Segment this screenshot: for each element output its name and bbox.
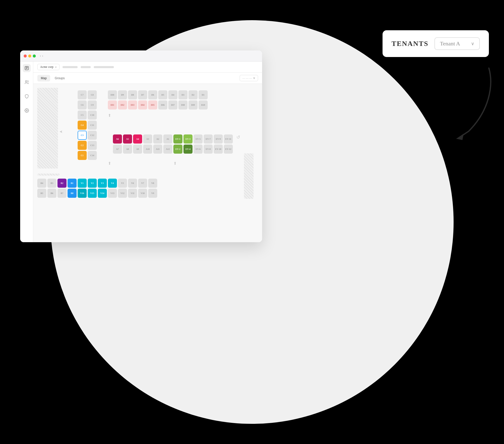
spot-V11[interactable]: V11: [128, 189, 137, 198]
spot-A5[interactable]: A5: [123, 134, 132, 144]
spot-EV1[interactable]: EV-1: [173, 134, 182, 144]
close-button[interactable]: [24, 54, 27, 58]
spot-A1[interactable]: A1: [163, 134, 172, 144]
forward-arrow[interactable]: ›: [42, 54, 43, 58]
spot-V9[interactable]: V9: [148, 189, 157, 198]
spot-A12[interactable]: A12: [163, 145, 172, 154]
spot-DI3[interactable]: DI3: [128, 100, 137, 109]
spot-V14[interactable]: V14: [98, 189, 107, 198]
spot-A11[interactable]: A11: [153, 145, 162, 154]
company-selector[interactable]: Acme corp ∨: [37, 64, 59, 70]
spot-V2[interactable]: V2: [88, 179, 97, 188]
spot-C12[interactable]: C12: [88, 131, 97, 140]
minimize-button[interactable]: [28, 54, 31, 58]
spot-C14[interactable]: C14: [88, 151, 97, 160]
spot-B4[interactable]: B4: [37, 179, 46, 188]
map-area[interactable]: DI0 D9 D8 D7 D6 D5 D4 D3 D2 D1 DI1 DI2 D…: [33, 84, 262, 242]
spot-D2[interactable]: D2: [188, 90, 198, 99]
sidebar-item-parking[interactable]: [23, 64, 31, 72]
spot-C11[interactable]: C11: [88, 121, 97, 130]
spot-B1[interactable]: B1: [68, 179, 77, 188]
spot-EV2[interactable]: EV-2: [173, 145, 182, 154]
spot-EV6[interactable]: EV-6: [194, 145, 203, 154]
spot-C3[interactable]: C3: [78, 131, 87, 140]
spot-D6[interactable]: D6: [148, 90, 157, 99]
spot-B2[interactable]: B2: [57, 179, 67, 188]
sidebar-item-shield[interactable]: [23, 92, 31, 100]
spot-D1[interactable]: D1: [199, 90, 208, 99]
spot-EV7[interactable]: EV-7: [204, 134, 213, 144]
spot-DI0[interactable]: DI0: [108, 90, 117, 99]
spot-A4[interactable]: A4: [133, 134, 142, 144]
spot-DI9[interactable]: DI9: [188, 100, 198, 109]
spot-C8[interactable]: C8: [88, 90, 97, 99]
spot-B3[interactable]: B3: [47, 179, 56, 188]
spot-D4[interactable]: D4: [168, 90, 177, 99]
spot-DI2[interactable]: DI2: [118, 100, 127, 109]
spot-EV9[interactable]: EV-9: [214, 134, 223, 144]
spot-B6[interactable]: B6: [47, 189, 56, 198]
spot-C9[interactable]: C9: [88, 100, 97, 109]
tab-map[interactable]: Map: [37, 75, 50, 81]
spot-V15[interactable]: V15: [88, 189, 97, 198]
spot-A3[interactable]: A3: [143, 134, 152, 144]
spot-A7[interactable]: A7: [113, 145, 122, 154]
spot-EV8[interactable]: EV-8: [204, 145, 213, 154]
spot-EV10[interactable]: EV-10: [214, 145, 223, 154]
spot-D8[interactable]: D8: [128, 90, 137, 99]
sidebar: [20, 62, 33, 242]
spot-EV5[interactable]: EV-5: [194, 134, 203, 144]
tab-dropdown[interactable]: — — — ∨: [240, 75, 258, 81]
spot-A2[interactable]: A2: [153, 134, 162, 144]
spot-B7[interactable]: B7: [57, 189, 67, 198]
refresh-icon[interactable]: ↺: [236, 134, 240, 140]
spot-V10[interactable]: V10: [138, 189, 147, 198]
spot-DI5[interactable]: DI5: [148, 100, 157, 109]
spot-V1[interactable]: V1: [78, 179, 87, 188]
spot-A10[interactable]: A10: [143, 145, 152, 154]
tenant-selector[interactable]: Tenant A ∨: [434, 37, 480, 50]
spot-A8[interactable]: A8: [123, 145, 132, 154]
spot-A9[interactable]: A9: [133, 145, 142, 154]
sidebar-item-users[interactable]: [23, 78, 31, 86]
spot-EV4[interactable]: EV-4: [183, 145, 193, 154]
spot-V5[interactable]: V5: [118, 179, 127, 188]
spot-C4[interactable]: C4: [78, 121, 87, 130]
spot-C2[interactable]: C2: [78, 141, 87, 150]
spot-C7[interactable]: C7: [78, 90, 87, 99]
spot-C13[interactable]: C13: [88, 141, 97, 150]
spot-V3[interactable]: V3: [98, 179, 107, 188]
spot-DI4[interactable]: DI4: [138, 100, 147, 109]
spot-V6[interactable]: V6: [128, 179, 137, 188]
spot-V7[interactable]: V7: [138, 179, 147, 188]
spot-D3[interactable]: D3: [178, 90, 187, 99]
spot-C5[interactable]: C5: [78, 110, 87, 120]
back-arrow[interactable]: ‹: [40, 54, 41, 58]
spot-DI6[interactable]: DI6: [158, 100, 167, 109]
hatch-right: [244, 153, 254, 199]
spot-DI8[interactable]: DI8: [178, 100, 187, 109]
spot-V12[interactable]: V12: [118, 189, 127, 198]
spot-EV3[interactable]: EV-3: [183, 134, 193, 144]
spot-D20[interactable]: D20: [199, 100, 208, 109]
spot-EV11[interactable]: EV-11: [224, 134, 233, 144]
spot-C10[interactable]: C10: [88, 110, 97, 120]
spot-D9[interactable]: D9: [118, 90, 127, 99]
spot-B5[interactable]: B5: [37, 189, 46, 198]
spot-C6[interactable]: C6: [78, 100, 87, 109]
spot-A6[interactable]: A6: [113, 134, 122, 144]
maximize-button[interactable]: [33, 54, 36, 58]
spot-DI7[interactable]: DI7: [168, 100, 177, 109]
spot-V8[interactable]: V8: [148, 179, 157, 188]
spot-V4[interactable]: V4: [108, 179, 117, 188]
spot-B8[interactable]: B8: [68, 189, 77, 198]
spot-C1[interactable]: C1: [78, 151, 87, 160]
sidebar-item-settings[interactable]: [23, 106, 31, 115]
spot-D7[interactable]: D7: [138, 90, 147, 99]
tab-groups[interactable]: Groups: [51, 75, 68, 81]
spot-D5[interactable]: D5: [158, 90, 167, 99]
spot-DI1[interactable]: DI1: [108, 100, 117, 109]
spot-EV12[interactable]: EV-12: [224, 145, 233, 154]
spot-V16[interactable]: V16: [78, 189, 87, 198]
spot-V13[interactable]: V13: [108, 189, 117, 198]
